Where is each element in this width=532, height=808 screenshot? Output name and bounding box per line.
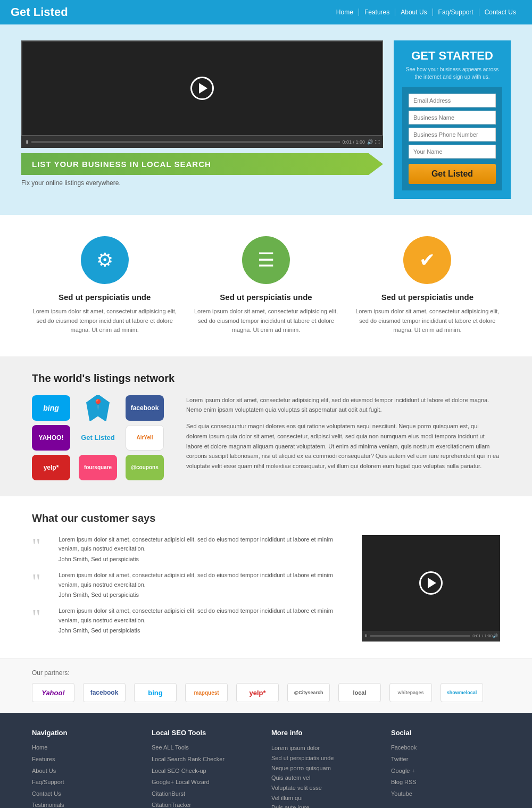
footer-more-col: More info Lorem ipsum dolorSed ut perspi… (271, 729, 380, 808)
feature-icon-gear: ⚙ (81, 236, 129, 284)
nav-faq[interactable]: Faq/Support (433, 9, 479, 16)
progress-bar[interactable] (31, 141, 340, 143)
footer-link-contact[interactable]: Contact Us (32, 789, 141, 799)
t-volume-icon[interactable]: 🔊 (493, 634, 498, 638)
partners-row: Yahoo! facebook bing mapquest yelp* @Cit… (32, 683, 500, 702)
getlisted-center-logo: Get Listed (79, 425, 117, 451)
footer-social-gp[interactable]: Google + (391, 767, 500, 776)
header: Get Listed Home Features About Us Faq/Su… (0, 0, 532, 24)
partner-yahoo: Yahoo! (32, 683, 74, 702)
footer-seo-citation[interactable]: CitationBurst (152, 789, 261, 799)
t-video-time: 0:01 / 1:00 (472, 634, 493, 638)
header-nav: Home Features About Us Faq/Support Conta… (331, 9, 521, 16)
play-button[interactable] (190, 77, 214, 100)
business-phone-field[interactable] (409, 128, 496, 141)
footer-more-title: More info (271, 729, 380, 737)
partner-facebook: facebook (83, 683, 126, 702)
footer-seo-wizard[interactable]: Google+ Local Wizard (152, 778, 261, 787)
video-time: 0:01 / 1:00 (342, 139, 365, 145)
testimonial-video-wrap: ⏸ 0:01 / 1:00 🔊 (362, 535, 500, 643)
pause-icon[interactable]: ⏸ (24, 139, 29, 145)
hero-tagline: Fix your online listings everywhere. (21, 179, 383, 187)
quote-icon-1: " (32, 535, 53, 556)
footer-seo-checkup[interactable]: Local SEO Check-up (152, 767, 261, 776)
nav-home[interactable]: Home (331, 9, 359, 16)
footer-link-home[interactable]: Home (32, 743, 141, 753)
airyell-logo: AirYell (126, 425, 164, 451)
volume-icon[interactable]: 🔊 (367, 139, 373, 145)
coupons-logo: @coupons (126, 455, 164, 480)
fullscreen-icon[interactable]: ⛶ (375, 139, 380, 145)
testimonials-section: What our customer says " Lorem ipsum dol… (0, 496, 532, 659)
testimonial-author-2: John Smith, Sed ut perspiciatis (59, 592, 346, 598)
footer-more-text: Lorem ipsum dolorSed ut perspiciatis und… (271, 743, 380, 808)
footer-social-rss[interactable]: Blog RSS (391, 778, 500, 787)
footer-link-faq[interactable]: Faq/Support (32, 778, 141, 787)
pin-logo: 📍 (79, 395, 117, 421)
footer-nav-title: Navigation (32, 729, 141, 737)
partners-section: Our partners: Yahoo! facebook bing mapqu… (0, 658, 532, 713)
t-progress-bar[interactable] (370, 635, 470, 637)
get-listed-button[interactable]: Get Listed (409, 164, 496, 184)
footer-seo-col: Local SEO Tools See ALL Tools Local Sear… (152, 729, 261, 808)
partner-citysearch: @Citysearch (287, 683, 330, 702)
feature-desc-3: Lorem ipsum dolor sit amet, consectetur … (355, 307, 500, 335)
business-name-field[interactable] (409, 111, 496, 124)
feature-item-2: ☰ Sed ut perspiciatis unde Lorem ipsum d… (193, 236, 338, 335)
t-pause-icon[interactable]: ⏸ (364, 634, 368, 638)
partner-yelp: yelp* (236, 683, 279, 702)
yelp-logo: yelp* (32, 455, 70, 480)
footer-seo-all[interactable]: See ALL Tools (152, 743, 261, 753)
footer-social-yt[interactable]: Youtube (391, 789, 500, 799)
footer-seo-tracker[interactable]: CitationTracker (152, 801, 261, 808)
footer-social-fb[interactable]: Facebook (391, 743, 500, 753)
facebook-logo: facebook (126, 395, 164, 421)
cta-banner[interactable]: LIST YOUR BUSINESS IN LOCAL SEARCH (21, 153, 383, 175)
testimonial-video[interactable] (362, 535, 500, 631)
testimonials-list: " Lorem ipsum dolor sit amet, consectetu… (32, 535, 346, 643)
partner-whitepages: whitepages (389, 683, 432, 702)
features-row: ⚙ Sed ut perspiciatis unde Lorem ipsum d… (32, 236, 500, 335)
nav-contact[interactable]: Contact Us (479, 9, 521, 16)
nav-about[interactable]: About Us (395, 9, 433, 16)
get-started-panel: GET STARTED See how your business appear… (394, 40, 511, 199)
footer-cols: Navigation Home Features About Us Faq/Su… (32, 729, 500, 808)
video-player[interactable]: ⏸ 0:01 / 1:00 🔊 ⛶ (21, 40, 383, 148)
testimonial-video-controls: ⏸ 0:01 / 1:00 🔊 (362, 631, 500, 642)
footer-link-testimonials[interactable]: Testimonials (32, 801, 141, 808)
video-controls: ⏸ 0:01 / 1:00 🔊 ⛶ (21, 136, 383, 148)
nav-features[interactable]: Features (359, 9, 395, 16)
network-inner: bing 📍 facebook YAHOO! Get Listed AirYel… (32, 395, 500, 480)
partner-bing: bing (134, 683, 177, 702)
header-logo: Get Listed (11, 5, 68, 19)
network-title: The world's listings network (32, 372, 500, 385)
footer-brand-area: Get Listed (391, 801, 500, 808)
footer-social-col: Social Facebook Twitter Google + Blog RS… (391, 729, 500, 808)
email-field[interactable] (409, 94, 496, 107)
testimonial-play-btn[interactable] (419, 571, 443, 595)
testimonial-text-3: Lorem ipsum dolor sit amet, consectetur … (59, 606, 346, 625)
network-section: The world's listings network bing 📍 face… (0, 356, 532, 496)
bing-logo: bing (32, 395, 70, 421)
network-text-2: Sed quia consequuntur magni dolores eos … (186, 421, 500, 471)
footer-link-features[interactable]: Features (32, 755, 141, 764)
partner-showmelocal: showmelocal (440, 683, 483, 702)
partner-mapquest: mapquest (185, 683, 228, 702)
feature-icon-check: ✔ (403, 236, 451, 284)
footer-link-about[interactable]: About Us (32, 767, 141, 776)
quote-icon-2: " (32, 571, 53, 592)
testimonial-author-1: John Smith, Sed ut perspiciatis (59, 556, 346, 562)
foursquare-logo: foursquare (79, 455, 117, 480)
hero-left: ⏸ 0:01 / 1:00 🔊 ⛶ LIST YOUR BUSINESS IN … (21, 40, 383, 187)
quote-icon-3: " (32, 606, 53, 628)
your-name-field[interactable] (409, 145, 496, 159)
testimonial-3: " Lorem ipsum dolor sit amet, consectetu… (32, 606, 346, 634)
footer-social-title: Social (391, 729, 500, 737)
gs-subtitle: See how your business appears across the… (402, 66, 502, 81)
testimonial-1: " Lorem ipsum dolor sit amet, consectetu… (32, 535, 346, 562)
feature-desc-1: Lorem ipsum dolor sit amet, consectetur … (32, 307, 177, 335)
footer-seo-rank[interactable]: Local Search Rank Checker (152, 755, 261, 764)
footer-social-tw[interactable]: Twitter (391, 755, 500, 764)
feature-item-1: ⚙ Sed ut perspiciatis unde Lorem ipsum d… (32, 236, 177, 335)
feature-desc-2: Lorem ipsum dolor sit amet, consectetur … (193, 307, 338, 335)
